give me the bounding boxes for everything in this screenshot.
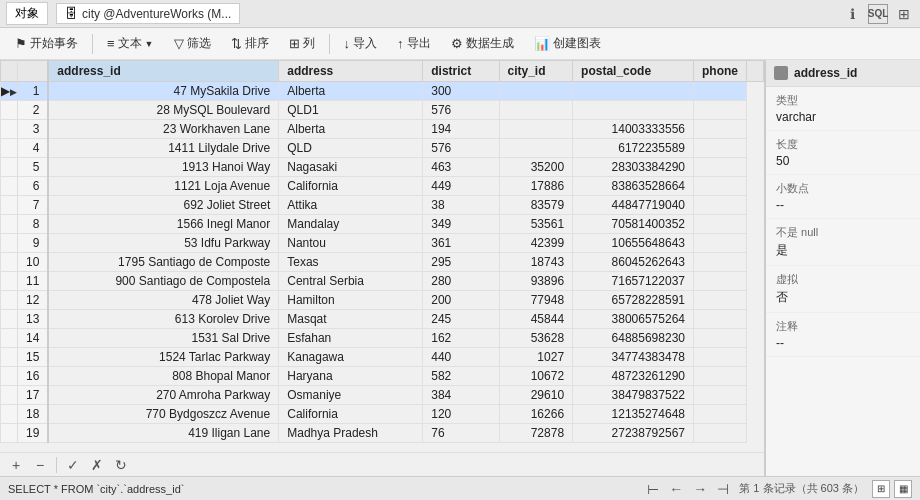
table-tab[interactable]: 🗄 city @AdventureWorks (M... xyxy=(56,3,240,24)
cell-postal_code[interactable]: 83863528664 xyxy=(573,177,694,196)
cell-address_id[interactable]: 770 Bydgoszcz Avenue xyxy=(48,405,278,424)
cell-district[interactable]: 280 xyxy=(423,272,499,291)
cell-address_id[interactable]: 1524 Tarlac Parkway xyxy=(48,348,278,367)
cell-address_id[interactable]: 23 Workhaven Lane xyxy=(48,120,278,139)
grid-icon[interactable]: ⊞ xyxy=(894,4,914,24)
nav-first-button[interactable]: ⊢ xyxy=(645,481,661,497)
cell-address[interactable]: Attika xyxy=(279,196,423,215)
cell-district[interactable]: 300 xyxy=(423,82,499,101)
table-row[interactable]: 12478 Joliet WayHamilton2007794865728228… xyxy=(1,291,764,310)
cell-address_id[interactable]: 1913 Hanoi Way xyxy=(48,158,278,177)
table-row[interactable]: 11900 Santiago de CompostelaCentral Serb… xyxy=(1,272,764,291)
sql-icon[interactable]: SQL xyxy=(868,4,888,24)
cell-address_id[interactable]: 419 Iligan Lane xyxy=(48,424,278,443)
cell-city_id[interactable]: 17886 xyxy=(499,177,573,196)
cell-city_id[interactable] xyxy=(499,139,573,158)
cell-address_id[interactable]: 1121 Loja Avenue xyxy=(48,177,278,196)
table-row[interactable]: 41411 Lilydale DriveQLD5766172235589 xyxy=(1,139,764,158)
cell-address[interactable]: Haryana xyxy=(279,367,423,386)
cell-address_id[interactable]: 47 MySakila Drive xyxy=(48,82,278,101)
cell-postal_code[interactable]: 64885698230 xyxy=(573,329,694,348)
cell-postal_code[interactable]: 86045262643 xyxy=(573,253,694,272)
columns-button[interactable]: ⊞ 列 xyxy=(280,31,324,56)
cell-city_id[interactable] xyxy=(499,101,573,120)
cell-address[interactable]: Alberta xyxy=(279,120,423,139)
table-row[interactable]: 7692 Joliet StreetAttika3883579448477190… xyxy=(1,196,764,215)
cell-address_id[interactable]: 1531 Sal Drive xyxy=(48,329,278,348)
begin-tx-button[interactable]: ⚑ 开始事务 xyxy=(6,31,87,56)
table-row[interactable]: ▶147 MySakila DriveAlberta300 xyxy=(1,82,764,101)
cell-postal_code[interactable]: 6172235589 xyxy=(573,139,694,158)
filter-button[interactable]: ▽ 筛选 xyxy=(165,31,220,56)
import-button[interactable]: ↓ 导入 xyxy=(335,31,387,56)
cell-address_id[interactable]: 692 Joliet Street xyxy=(48,196,278,215)
col-header-address[interactable]: address xyxy=(279,61,423,82)
cell-address[interactable]: QLD xyxy=(279,139,423,158)
confirm-button[interactable]: ✓ xyxy=(63,457,83,473)
cell-city_id[interactable] xyxy=(499,82,573,101)
table-row[interactable]: 51913 Hanoi WayNagasaki46335200283033842… xyxy=(1,158,764,177)
cell-district[interactable]: 449 xyxy=(423,177,499,196)
cell-address_id[interactable]: 478 Joliet Way xyxy=(48,291,278,310)
cell-city_id[interactable]: 77948 xyxy=(499,291,573,310)
table-row[interactable]: 228 MySQL BoulevardQLD1576 xyxy=(1,101,764,120)
cell-district[interactable]: 162 xyxy=(423,329,499,348)
cell-postal_code[interactable]: 38006575264 xyxy=(573,310,694,329)
refresh-button[interactable]: ↻ xyxy=(111,457,131,473)
cell-address_id[interactable]: 808 Bhopal Manor xyxy=(48,367,278,386)
cell-address_id[interactable]: 53 Idfu Parkway xyxy=(48,234,278,253)
create-table-button[interactable]: 📊 创建图表 xyxy=(525,31,610,56)
table-row[interactable]: 101795 Santiago de ComposteTexas29518743… xyxy=(1,253,764,272)
status-icon-grid[interactable]: ⊞ xyxy=(872,480,890,498)
cell-city_id[interactable]: 1027 xyxy=(499,348,573,367)
cell-district[interactable]: 440 xyxy=(423,348,499,367)
cell-district[interactable]: 120 xyxy=(423,405,499,424)
cell-city_id[interactable]: 53561 xyxy=(499,215,573,234)
cell-district[interactable]: 576 xyxy=(423,139,499,158)
cell-district[interactable]: 361 xyxy=(423,234,499,253)
cell-postal_code[interactable]: 10655648643 xyxy=(573,234,694,253)
info-icon[interactable]: ℹ xyxy=(842,4,862,24)
cell-address[interactable]: California xyxy=(279,177,423,196)
table-row[interactable]: 151524 Tarlac ParkwayKanagawa44010273477… xyxy=(1,348,764,367)
table-row[interactable]: 17270 Amroha ParkwayOsmaniye384296103847… xyxy=(1,386,764,405)
objects-tab[interactable]: 对象 xyxy=(6,2,48,25)
cell-address[interactable]: Alberta xyxy=(279,82,423,101)
cell-city_id[interactable]: 16266 xyxy=(499,405,573,424)
col-header-district[interactable]: district xyxy=(423,61,499,82)
cell-postal_code[interactable]: 65728228591 xyxy=(573,291,694,310)
cell-address[interactable]: Osmaniye xyxy=(279,386,423,405)
cell-district[interactable]: 463 xyxy=(423,158,499,177)
data-table-wrapper[interactable]: address_id address district city_id post… xyxy=(0,60,764,452)
cell-postal_code[interactable] xyxy=(573,101,694,120)
cell-postal_code[interactable] xyxy=(573,82,694,101)
col-header-city-id[interactable]: city_id xyxy=(499,61,573,82)
cell-city_id[interactable]: 45844 xyxy=(499,310,573,329)
cell-city_id[interactable]: 35200 xyxy=(499,158,573,177)
cell-city_id[interactable]: 42399 xyxy=(499,234,573,253)
sort-button[interactable]: ⇅ 排序 xyxy=(222,31,278,56)
cell-postal_code[interactable]: 38479837522 xyxy=(573,386,694,405)
add-row-button[interactable]: + xyxy=(6,457,26,473)
cell-address[interactable]: Nantou xyxy=(279,234,423,253)
export-button[interactable]: ↑ 导出 xyxy=(388,31,440,56)
cell-address_id[interactable]: 1411 Lilydale Drive xyxy=(48,139,278,158)
cell-district[interactable]: 245 xyxy=(423,310,499,329)
cell-postal_code[interactable]: 44847719040 xyxy=(573,196,694,215)
cell-address_id[interactable]: 1795 Santiago de Composte xyxy=(48,253,278,272)
table-row[interactable]: 19419 Iligan LaneMadhya Pradesh767287827… xyxy=(1,424,764,443)
cell-postal_code[interactable]: 28303384290 xyxy=(573,158,694,177)
status-icon-form[interactable]: ▦ xyxy=(894,480,912,498)
cell-address_id[interactable]: 900 Santiago de Compostela xyxy=(48,272,278,291)
cell-address[interactable]: Madhya Pradesh xyxy=(279,424,423,443)
cell-postal_code[interactable]: 27238792567 xyxy=(573,424,694,443)
cell-district[interactable]: 582 xyxy=(423,367,499,386)
cell-city_id[interactable]: 10672 xyxy=(499,367,573,386)
cell-district[interactable]: 349 xyxy=(423,215,499,234)
cell-district[interactable]: 194 xyxy=(423,120,499,139)
cell-address[interactable]: Esfahan xyxy=(279,329,423,348)
text-button[interactable]: ≡ 文本 ▼ xyxy=(98,31,163,56)
cell-address_id[interactable]: 270 Amroha Parkway xyxy=(48,386,278,405)
cell-address[interactable]: California xyxy=(279,405,423,424)
table-row[interactable]: 13613 Korolev DriveMasqat245458443800657… xyxy=(1,310,764,329)
